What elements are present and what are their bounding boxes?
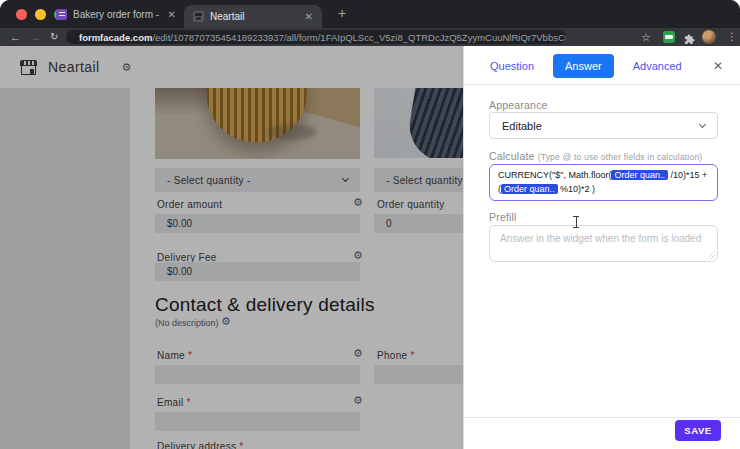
url-path: /edit/107870735454189233937/all/form/1FA… bbox=[152, 32, 566, 43]
profile-avatar[interactable] bbox=[702, 30, 716, 44]
browser-menu-icon[interactable]: ⋮ bbox=[727, 28, 737, 46]
neartail-favicon-icon bbox=[193, 11, 204, 22]
url-domain: formfacade.com bbox=[79, 32, 152, 43]
close-icon[interactable]: ✕ bbox=[713, 59, 723, 73]
calculate-hint: (Type @ to use other fields in calculati… bbox=[538, 152, 703, 162]
browser-tab-neartail[interactable]: Neartail ✕ bbox=[184, 5, 322, 28]
appearance-select[interactable]: Editable bbox=[489, 112, 718, 139]
calculate-label: Calculate (Type @ to use other fields in… bbox=[489, 150, 702, 162]
tab-title: Bakery order form - Google For bbox=[73, 9, 162, 20]
answer-settings-panel: Question Answer Advanced ✕ Appearance Ed… bbox=[463, 46, 740, 449]
browser-toolbar: ← → ↻ formfacade.com/edit/10787073545418… bbox=[0, 28, 740, 46]
forward-icon[interactable]: → bbox=[30, 28, 41, 46]
prefill-textarea[interactable] bbox=[489, 225, 718, 262]
new-tab-button[interactable]: + bbox=[333, 4, 351, 22]
page-content: Neartail ⚙ - Select quantity - - Select … bbox=[0, 46, 740, 449]
appearance-label: Appearance bbox=[489, 99, 548, 111]
back-icon[interactable]: ← bbox=[10, 28, 21, 46]
minimize-window-button[interactable] bbox=[35, 9, 46, 20]
tab-answer[interactable]: Answer bbox=[553, 54, 614, 78]
bookmark-star-icon[interactable]: ☆ bbox=[641, 28, 651, 46]
tab-title: Neartail bbox=[210, 11, 299, 22]
reload-icon[interactable]: ↻ bbox=[50, 28, 58, 46]
chevron-down-icon bbox=[699, 120, 706, 127]
browser-window: Bakery order form - Google For ✕ Neartai… bbox=[0, 0, 740, 449]
appearance-value: Editable bbox=[502, 120, 542, 132]
panel-tabs: Question Answer Advanced bbox=[490, 54, 682, 78]
tab-advanced[interactable]: Advanced bbox=[633, 54, 682, 78]
address-bar[interactable]: formfacade.com/edit/10787073545418923393… bbox=[66, 30, 566, 44]
tab-question[interactable]: Question bbox=[490, 54, 534, 78]
save-button[interactable]: SAVE bbox=[675, 420, 721, 441]
browser-tabstrip: Bakery order form - Google For ✕ Neartai… bbox=[0, 0, 740, 28]
prefill-field bbox=[489, 225, 718, 262]
prefill-label: Prefill bbox=[489, 211, 517, 223]
green-extension-icon[interactable] bbox=[663, 31, 675, 43]
tab-close-icon[interactable]: ✕ bbox=[305, 11, 313, 22]
modal-scrim bbox=[0, 46, 463, 449]
browser-tab-bakery-order-form[interactable]: Bakery order form - Google For ✕ bbox=[52, 0, 180, 28]
form-builder-background: Neartail ⚙ - Select quantity - - Select … bbox=[0, 46, 463, 449]
text-cursor-icon bbox=[572, 216, 580, 228]
footer-divider bbox=[464, 417, 740, 418]
panel-divider bbox=[464, 84, 740, 85]
calculate-input[interactable]: CURRENCY("$", Math.floor(Order quan.. /1… bbox=[489, 164, 718, 201]
google-forms-icon bbox=[56, 9, 67, 20]
tab-close-icon[interactable]: ✕ bbox=[168, 9, 176, 20]
url-text: formfacade.com/edit/10787073545418923393… bbox=[79, 32, 566, 43]
close-window-button[interactable] bbox=[16, 9, 27, 20]
